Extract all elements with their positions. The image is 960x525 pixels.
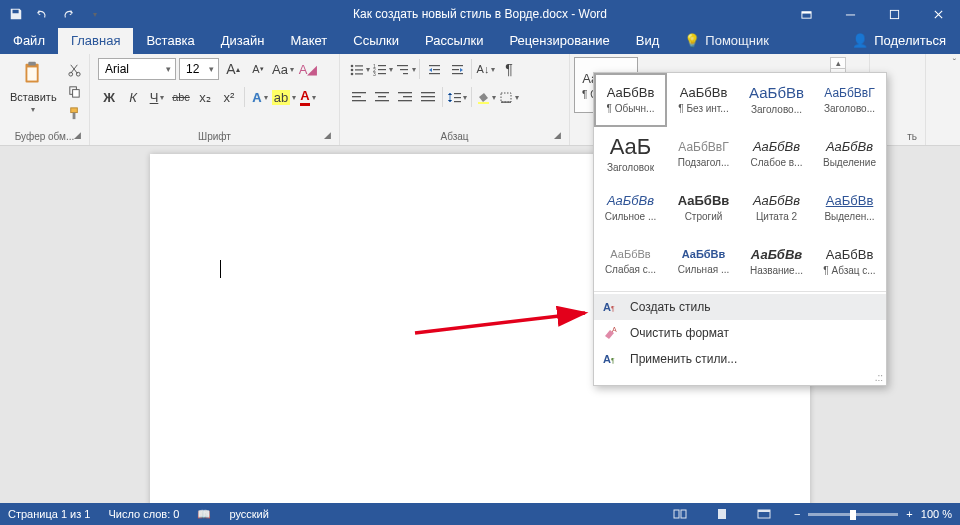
- page-indicator[interactable]: Страница 1 из 1: [8, 508, 90, 520]
- read-mode-button[interactable]: [668, 505, 692, 523]
- title-bar: Как создать новый стиль в Ворде.docx - W…: [0, 0, 960, 28]
- svg-rect-45: [421, 100, 435, 101]
- line-spacing-button[interactable]: [446, 86, 468, 108]
- align-center-button[interactable]: [371, 86, 393, 108]
- style-dropdown-item[interactable]: АаБбВвЗаголово...: [740, 73, 813, 127]
- share-button[interactable]: 👤Поделиться: [838, 28, 960, 54]
- style-dropdown-item[interactable]: АаБбВвСильная ...: [667, 235, 740, 289]
- zoom-level[interactable]: 100 %: [921, 508, 952, 520]
- zoom-in-button[interactable]: +: [906, 508, 912, 520]
- svg-rect-30: [429, 73, 440, 74]
- style-dropdown-item[interactable]: АаБбВвВыделен...: [813, 181, 886, 235]
- clipboard-launcher[interactable]: ◢: [74, 130, 86, 142]
- style-dropdown-item[interactable]: АаБбВвСлабая с...: [594, 235, 667, 289]
- collapse-ribbon-button[interactable]: ˇ: [953, 58, 956, 69]
- font-family-combo[interactable]: Arial▾: [98, 58, 176, 80]
- paragraph-launcher[interactable]: ◢: [554, 130, 566, 142]
- undo-button[interactable]: [30, 2, 54, 26]
- cut-button[interactable]: [65, 59, 85, 79]
- highlight-button[interactable]: ab: [273, 86, 295, 108]
- language-indicator[interactable]: русский: [229, 508, 268, 520]
- style-dropdown-item[interactable]: АаБЗаголовок: [594, 127, 667, 181]
- clear-format-item[interactable]: A Очистить формат: [594, 320, 886, 346]
- shading-button[interactable]: [475, 86, 497, 108]
- indent-button[interactable]: [446, 58, 468, 80]
- bullets-icon: [349, 63, 364, 76]
- style-dropdown-item[interactable]: АаБбВв¶ Обычн...: [594, 73, 667, 127]
- tab-mailings[interactable]: Рассылки: [412, 28, 496, 54]
- style-dropdown-item[interactable]: АаБбВвНазвание...: [740, 235, 813, 289]
- style-dropdown-item[interactable]: АаБбВв¶ Без инт...: [667, 73, 740, 127]
- status-bar: Страница 1 из 1 Число слов: 0 📖 русский …: [0, 503, 960, 525]
- create-style-item[interactable]: A¶ Создать стиль: [594, 294, 886, 320]
- spell-check-icon[interactable]: 📖: [197, 508, 211, 521]
- zoom-out-button[interactable]: −: [794, 508, 800, 520]
- web-layout-button[interactable]: [752, 505, 776, 523]
- style-dropdown-item[interactable]: АаБбВвСлабое в...: [740, 127, 813, 181]
- tab-file[interactable]: Файл: [0, 28, 58, 54]
- style-dropdown-item[interactable]: АаБбВвСильное ...: [594, 181, 667, 235]
- tab-review[interactable]: Рецензирование: [496, 28, 622, 54]
- word-count[interactable]: Число слов: 0: [108, 508, 179, 520]
- minimize-button[interactable]: [828, 0, 872, 28]
- superscript-button[interactable]: x²: [218, 86, 240, 108]
- underline-button[interactable]: Ч: [146, 86, 168, 108]
- clear-format-button[interactable]: A◢: [297, 58, 319, 80]
- svg-rect-5: [29, 62, 37, 66]
- font-color-button[interactable]: A: [297, 86, 319, 108]
- justify-button[interactable]: [417, 86, 439, 108]
- bullets-button[interactable]: [348, 58, 370, 80]
- close-button[interactable]: [916, 0, 960, 28]
- dropdown-resize-grip[interactable]: .::: [594, 372, 886, 385]
- print-layout-button[interactable]: [710, 505, 734, 523]
- qat-more-button[interactable]: [82, 2, 106, 26]
- ribbon-display-button[interactable]: [784, 0, 828, 28]
- font-launcher[interactable]: ◢: [324, 130, 336, 142]
- borders-button[interactable]: [498, 86, 520, 108]
- redo-button[interactable]: [56, 2, 80, 26]
- sort-button[interactable]: A↓: [475, 58, 497, 80]
- strike-button[interactable]: abc: [170, 86, 192, 108]
- outdent-button[interactable]: [423, 58, 445, 80]
- show-marks-button[interactable]: ¶: [498, 58, 520, 80]
- style-dropdown-item[interactable]: АаБбВвЦитата 2: [740, 181, 813, 235]
- text-cursor: [220, 260, 221, 278]
- tab-layout[interactable]: Макет: [277, 28, 340, 54]
- multilevel-button[interactable]: [394, 58, 416, 80]
- grow-font-button[interactable]: A▴: [222, 58, 244, 80]
- ribbon-tabs: Файл Главная Вставка Дизайн Макет Ссылки…: [0, 28, 960, 54]
- zoom-slider[interactable]: [808, 513, 898, 516]
- italic-button[interactable]: К: [122, 86, 144, 108]
- maximize-button[interactable]: [872, 0, 916, 28]
- numbering-button[interactable]: 123: [371, 58, 393, 80]
- format-painter-button[interactable]: [65, 103, 85, 123]
- style-dropdown-item[interactable]: АаБбВвГЗаголово...: [813, 73, 886, 127]
- apply-styles-item[interactable]: A¶ Применить стили...: [594, 346, 886, 372]
- tab-view[interactable]: Вид: [623, 28, 673, 54]
- style-dropdown-item[interactable]: АаБбВвГПодзагол...: [667, 127, 740, 181]
- numbering-icon: 123: [372, 63, 387, 76]
- change-case-button[interactable]: Aa: [272, 58, 294, 80]
- tab-home[interactable]: Главная: [58, 28, 133, 54]
- align-left-button[interactable]: [348, 86, 370, 108]
- save-button[interactable]: [4, 2, 28, 26]
- tab-references[interactable]: Ссылки: [340, 28, 412, 54]
- style-dropdown-item[interactable]: АаБбВвСтрогий: [667, 181, 740, 235]
- font-size-combo[interactable]: 12▾: [179, 58, 219, 80]
- copy-button[interactable]: [65, 81, 85, 101]
- svg-rect-11: [71, 107, 78, 112]
- tab-design[interactable]: Дизайн: [208, 28, 278, 54]
- bold-button[interactable]: Ж: [98, 86, 120, 108]
- shrink-font-button[interactable]: A▾: [247, 58, 269, 80]
- text-effects-button[interactable]: A: [249, 86, 271, 108]
- gallery-up-button[interactable]: ▴: [831, 58, 845, 69]
- tell-me[interactable]: 💡Помощник: [672, 28, 781, 54]
- zoom-control: − + 100 %: [794, 508, 952, 520]
- tab-insert[interactable]: Вставка: [133, 28, 207, 54]
- svg-rect-36: [352, 100, 366, 101]
- style-dropdown-item[interactable]: АаБбВв¶ Абзац с...: [813, 235, 886, 289]
- subscript-button[interactable]: x₂: [194, 86, 216, 108]
- style-dropdown-item[interactable]: АаБбВвВыделение: [813, 127, 886, 181]
- align-right-button[interactable]: [394, 86, 416, 108]
- paste-button[interactable]: Вставить ▾: [4, 57, 63, 116]
